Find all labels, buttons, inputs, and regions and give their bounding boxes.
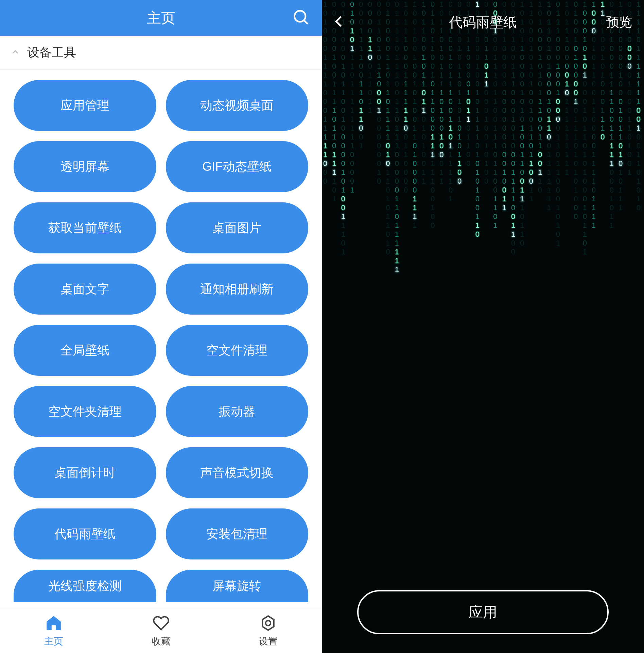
pill-transparent-screen[interactable]: 透明屏幕 — [14, 141, 156, 192]
svg-marker-2 — [263, 616, 274, 630]
pill-desktop-text[interactable]: 桌面文字 — [14, 264, 156, 315]
search-icon[interactable] — [292, 9, 310, 28]
tools-grid: 应用管理 动态视频桌面 透明屏幕 GIF动态壁纸 获取当前壁纸 桌面图片 桌面文… — [14, 80, 308, 602]
nav-home-label: 主页 — [44, 635, 63, 648]
page-title: 主页 — [147, 9, 175, 28]
home-icon — [45, 615, 62, 633]
pill-install-package-clean[interactable]: 安装包清理 — [166, 508, 309, 559]
pill-sound-mode-switch[interactable]: 声音模式切换 — [166, 447, 309, 498]
section-title: 设备工具 — [27, 44, 76, 61]
heart-icon — [153, 615, 170, 633]
nav-favorite[interactable]: 收藏 — [107, 609, 215, 653]
matrix-background: 101 00 0 1 1 1 1 0 0 0111110 0 0 0 01 00… — [322, 0, 644, 653]
pill-empty-folder-clean[interactable]: 空文件夹清理 — [14, 386, 156, 437]
apply-button[interactable]: 应用 — [357, 590, 609, 634]
preview-panel: 101 00 0 1 1 1 1 0 0 0111110 0 0 0 01 00… — [322, 0, 644, 653]
pill-dynamic-video-desktop[interactable]: 动态视频桌面 — [166, 80, 309, 131]
home-panel: 主页 设备工具 应用管理 动态视频桌面 透明屏幕 GIF动态壁纸 获取当前壁纸 … — [0, 0, 322, 653]
pill-screen-rotation[interactable]: 屏幕旋转 — [166, 570, 309, 602]
svg-line-1 — [304, 20, 308, 24]
preview-title: 代码雨壁纸 — [449, 13, 517, 32]
nav-settings-label: 设置 — [259, 635, 278, 648]
back-icon[interactable] — [332, 14, 346, 30]
nav-home[interactable]: 主页 — [0, 609, 107, 653]
preview-button[interactable]: 预览 — [606, 14, 632, 31]
svg-point-3 — [266, 620, 271, 625]
preview-header: 代码雨壁纸 预览 — [322, 0, 644, 44]
chevron-up-icon — [10, 47, 20, 58]
nav-settings[interactable]: 设置 — [214, 609, 322, 653]
gear-icon — [260, 615, 277, 633]
pill-vibrator[interactable]: 振动器 — [166, 386, 309, 437]
pill-desktop-image[interactable]: 桌面图片 — [166, 202, 309, 253]
pill-code-rain-wallpaper[interactable]: 代码雨壁纸 — [14, 508, 156, 559]
tools-grid-container: 应用管理 动态视频桌面 透明屏幕 GIF动态壁纸 获取当前壁纸 桌面图片 桌面文… — [0, 70, 322, 609]
bottom-nav: 主页 收藏 设置 — [0, 609, 322, 653]
pill-light-intensity-detection[interactable]: 光线强度检测 — [14, 570, 156, 602]
nav-favorite-label: 收藏 — [152, 635, 171, 648]
pill-gif-wallpaper[interactable]: GIF动态壁纸 — [166, 141, 309, 192]
pill-notify-album-refresh[interactable]: 通知相册刷新 — [166, 264, 309, 315]
svg-point-0 — [295, 11, 306, 22]
pill-get-current-wallpaper[interactable]: 获取当前壁纸 — [14, 202, 156, 253]
pill-app-management[interactable]: 应用管理 — [14, 80, 156, 131]
pill-empty-file-clean[interactable]: 空文件清理 — [166, 325, 309, 376]
section-header[interactable]: 设备工具 — [0, 36, 322, 70]
header-bar: 主页 — [0, 0, 322, 36]
pill-global-wallpaper[interactable]: 全局壁纸 — [14, 325, 156, 376]
pill-desktop-countdown[interactable]: 桌面倒计时 — [14, 447, 156, 498]
